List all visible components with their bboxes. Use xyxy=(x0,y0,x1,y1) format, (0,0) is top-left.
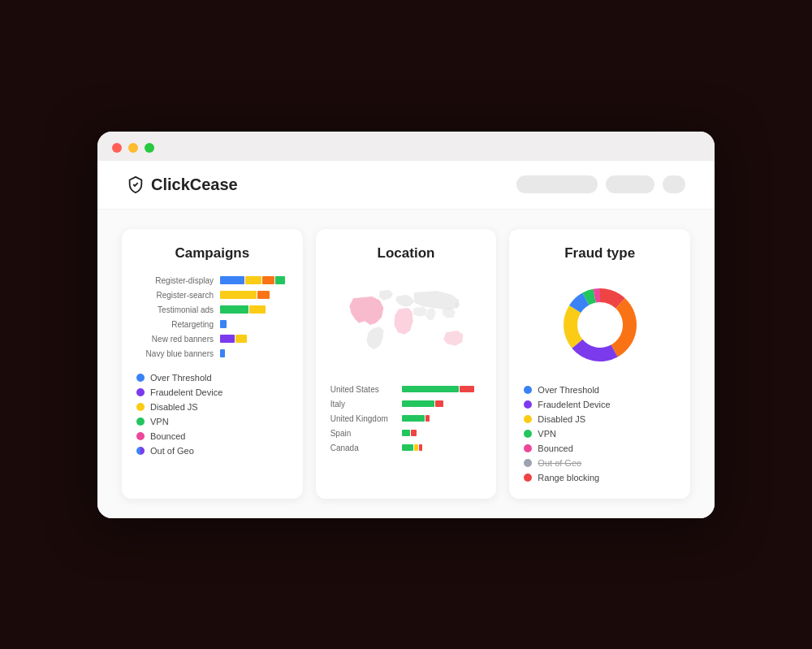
fraud-legend-dot xyxy=(524,459,532,467)
bar-segment xyxy=(402,386,459,392)
legend-dot xyxy=(136,447,145,455)
browser-window: ClickCease Campaigns Register-displayReg… xyxy=(97,132,715,518)
location-label: Canada xyxy=(330,443,395,452)
browser-titlebar xyxy=(97,132,715,161)
logo: ClickCease xyxy=(127,175,238,194)
bar-segment xyxy=(414,444,418,451)
location-label: United States xyxy=(330,385,395,394)
campaign-row: Register-display xyxy=(136,276,288,285)
legend-dot xyxy=(136,374,145,382)
campaign-label: Retargeting xyxy=(136,320,214,329)
fraud-legend-label: Range blocking xyxy=(538,473,599,482)
legend-item: Bounced xyxy=(136,431,288,441)
legend-item: VPN xyxy=(136,417,288,426)
app-header: ClickCease xyxy=(97,161,715,210)
header-controls xyxy=(516,175,685,193)
fraud-type-title: Fraud type xyxy=(524,245,676,262)
campaign-row: Testimonial ads xyxy=(136,305,288,314)
location-title: Location xyxy=(330,245,482,262)
legend-label: Out of Geo xyxy=(150,446,194,456)
location-bar-track xyxy=(402,386,482,392)
campaign-row: Retargeting xyxy=(136,320,288,329)
fraud-legend-dot xyxy=(524,430,532,438)
fraud-legend-label: Disabled JS xyxy=(538,414,585,424)
bar-segment xyxy=(402,444,413,451)
bar-segment xyxy=(220,349,225,357)
fraud-legend-dot xyxy=(524,415,532,423)
legend-dot xyxy=(136,432,145,440)
bar-segment xyxy=(275,276,285,284)
bar-segment xyxy=(402,430,410,436)
location-label: United Kingdom xyxy=(330,414,395,423)
bar-segment xyxy=(249,305,266,314)
donut-segment xyxy=(572,339,617,361)
fraud-legend-item: Fraudelent Device xyxy=(524,400,676,409)
bar-segment xyxy=(402,415,425,422)
dashboard: Campaigns Register-displayRegister-searc… xyxy=(97,210,715,518)
location-card: Location xyxy=(316,229,497,499)
bar-segment xyxy=(257,291,270,299)
legend-label: Disabled JS xyxy=(150,402,198,412)
legend-item: Over Threshold xyxy=(136,373,288,383)
bar-segment xyxy=(262,276,274,284)
campaign-bar-track xyxy=(220,305,288,314)
bar-segment xyxy=(460,386,474,392)
header-pill-1[interactable] xyxy=(516,175,598,193)
fraud-legend-item: VPN xyxy=(524,429,676,439)
campaigns-card: Campaigns Register-displayRegister-searc… xyxy=(122,229,303,499)
legend-dot xyxy=(136,403,145,411)
dot-yellow[interactable] xyxy=(128,143,138,153)
legend-dot xyxy=(136,388,145,396)
campaign-bars: Register-displayRegister-searchTestimoni… xyxy=(136,276,288,358)
header-pill-2[interactable] xyxy=(606,175,654,193)
campaign-row: Navy blue banners xyxy=(136,349,288,358)
location-row: United States xyxy=(330,385,482,394)
fraud-legend-label: Out of Geo xyxy=(538,458,581,468)
bar-segment xyxy=(435,400,443,407)
bar-segment xyxy=(220,335,235,343)
campaign-label: Register-search xyxy=(136,291,214,300)
campaign-row: New red banners xyxy=(136,335,288,344)
fraud-legend: Over ThresholdFraudelent DeviceDisabled … xyxy=(524,385,676,482)
donut-chart xyxy=(551,276,649,374)
fraud-legend-item: Over Threshold xyxy=(524,385,676,395)
campaign-label: Navy blue banners xyxy=(136,349,214,358)
fraud-legend-dot xyxy=(524,474,532,482)
campaign-label: Register-display xyxy=(136,276,214,285)
campaigns-legend: Over ThresholdFraudelent DeviceDisabled … xyxy=(136,373,288,456)
fraud-legend-label: VPN xyxy=(538,429,556,439)
location-bar-track xyxy=(402,444,482,451)
logo-text: ClickCease xyxy=(151,175,238,194)
location-rows: United StatesItalyUnited KingdomSpainCan… xyxy=(330,385,482,452)
location-row: United Kingdom xyxy=(330,414,482,423)
donut-container xyxy=(524,276,676,374)
fraud-legend-label: Bounced xyxy=(538,443,572,453)
map-svg xyxy=(330,276,482,374)
campaign-bar-track xyxy=(220,320,288,328)
campaign-bar-track xyxy=(220,335,288,343)
fraud-legend-item: Range blocking xyxy=(524,473,676,482)
shield-icon xyxy=(127,175,145,193)
header-pill-3[interactable] xyxy=(663,175,685,193)
legend-label: Bounced xyxy=(150,431,185,441)
legend-label: Over Threshold xyxy=(150,373,212,383)
bar-segment xyxy=(402,400,434,407)
bar-segment xyxy=(220,320,227,328)
legend-item: Disabled JS xyxy=(136,402,288,412)
fraud-legend-item: Bounced xyxy=(524,443,676,453)
campaign-bar-track xyxy=(220,291,288,299)
location-row: Italy xyxy=(330,400,482,409)
location-bar-track xyxy=(402,430,482,436)
fraud-legend-item: Out of Geo xyxy=(524,458,676,468)
location-label: Italy xyxy=(330,400,395,409)
dot-red[interactable] xyxy=(112,143,122,153)
bar-segment xyxy=(411,430,417,436)
dot-green[interactable] xyxy=(145,143,154,153)
fraud-legend-dot xyxy=(524,444,532,452)
bar-segment xyxy=(220,276,244,284)
legend-label: VPN xyxy=(150,417,169,426)
location-bar-track xyxy=(402,400,482,407)
legend-item: Out of Geo xyxy=(136,446,288,456)
world-map xyxy=(330,276,482,374)
browser-content: ClickCease Campaigns Register-displayReg… xyxy=(97,161,715,518)
